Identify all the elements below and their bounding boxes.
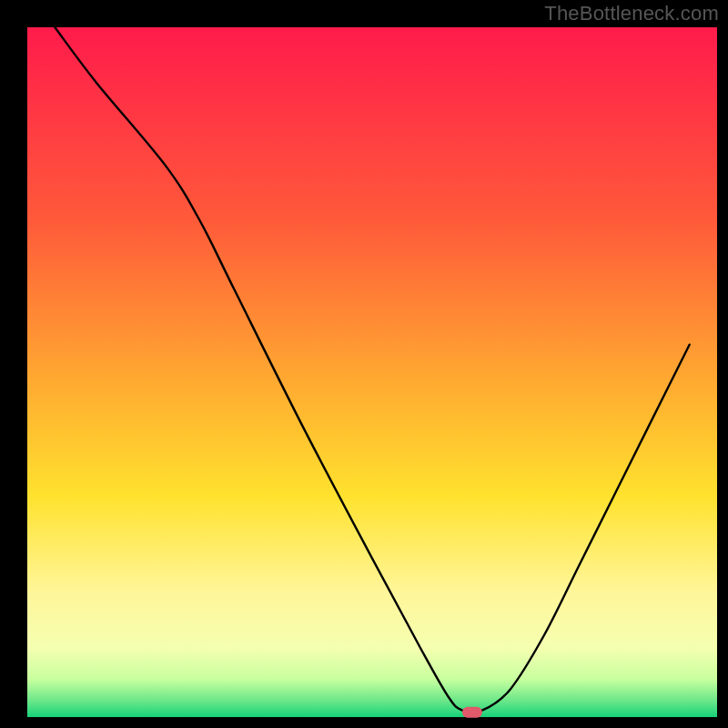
plot-background: [27, 27, 717, 717]
chart-frame: TheBottleneck.com: [0, 0, 728, 728]
optimum-marker: [462, 707, 482, 718]
watermark-text: TheBottleneck.com: [544, 2, 719, 25]
bottleneck-chart: [0, 0, 728, 728]
